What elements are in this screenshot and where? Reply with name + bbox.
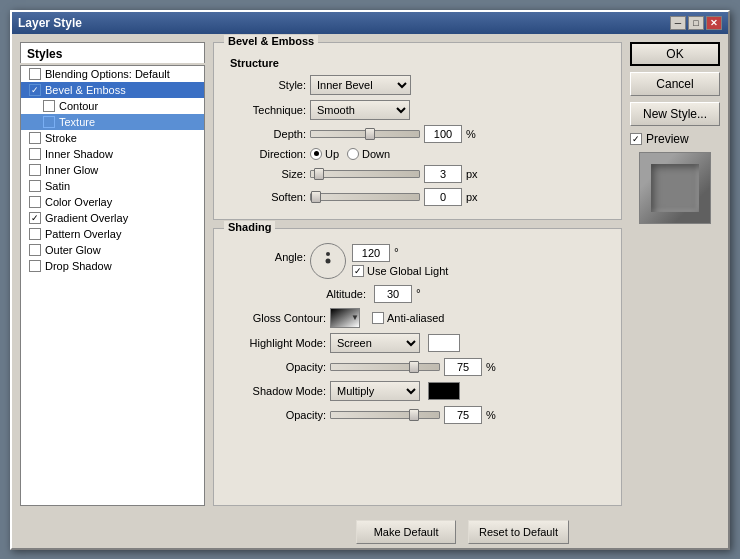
sidebar-item-gradient-overlay[interactable]: Gradient Overlay	[21, 210, 204, 226]
global-light-text: Use Global Light	[367, 265, 448, 277]
angle-input[interactable]	[352, 244, 390, 262]
anti-alias-checkbox[interactable]	[372, 312, 384, 324]
sidebar-item-color-overlay[interactable]: Color Overlay	[21, 194, 204, 210]
sidebar-item-inner-glow[interactable]: Inner Glow	[21, 162, 204, 178]
ok-button[interactable]: OK	[630, 42, 720, 66]
style-select[interactable]: Inner Bevel Outer Bevel Emboss Pillow Em…	[310, 75, 411, 95]
maximize-button[interactable]: □	[688, 16, 704, 30]
highlight-opacity-unit: %	[486, 361, 506, 373]
sidebar-item-drop-shadow[interactable]: Drop Shadow	[21, 258, 204, 274]
sidebar-item-contour[interactable]: Contour	[21, 98, 204, 114]
title-bar-buttons: ─ □ ✕	[670, 16, 722, 30]
color-overlay-checkbox[interactable]	[29, 196, 41, 208]
preview-area	[639, 152, 711, 224]
angle-dial[interactable]	[310, 243, 346, 279]
color-overlay-label: Color Overlay	[45, 196, 112, 208]
size-slider[interactable]	[310, 170, 420, 178]
angle-center-dot	[326, 258, 331, 263]
cancel-button[interactable]: Cancel	[630, 72, 720, 96]
highlight-opacity-label: Opacity:	[226, 361, 326, 373]
direction-row: Direction: Up Down	[226, 148, 609, 160]
satin-label: Satin	[45, 180, 70, 192]
sidebar-item-satin[interactable]: Satin	[21, 178, 204, 194]
size-input[interactable]	[424, 165, 462, 183]
stroke-checkbox[interactable]	[29, 132, 41, 144]
direction-up[interactable]: Up	[310, 148, 339, 160]
shadow-opacity-label: Opacity:	[226, 409, 326, 421]
make-default-button[interactable]: Make Default	[356, 520, 456, 544]
right-panel: OK Cancel New Style... Preview	[630, 42, 720, 506]
shadow-color-swatch[interactable]	[428, 382, 460, 400]
depth-slider[interactable]	[310, 130, 420, 138]
soften-slider[interactable]	[310, 193, 420, 201]
bottom-buttons: Make Default Reset to Default	[197, 514, 728, 548]
global-light-label[interactable]: Use Global Light	[352, 265, 448, 277]
technique-label: Technique:	[226, 104, 306, 116]
pattern-overlay-checkbox[interactable]	[29, 228, 41, 240]
gloss-label: Gloss Contour:	[226, 312, 326, 324]
highlight-opacity-slider[interactable]	[330, 363, 440, 371]
up-radio[interactable]	[310, 148, 322, 160]
sidebar-item-stroke[interactable]: Stroke	[21, 130, 204, 146]
soften-unit: px	[466, 191, 486, 203]
soften-input[interactable]	[424, 188, 462, 206]
sidebar-item-inner-shadow[interactable]: Inner Shadow	[21, 146, 204, 162]
bevel-section-title: Bevel & Emboss	[224, 35, 318, 47]
sidebar-item-texture[interactable]: Texture	[21, 114, 204, 130]
inner-shadow-checkbox[interactable]	[29, 148, 41, 160]
anti-alias-label[interactable]: Anti-aliased	[372, 312, 444, 324]
layer-style-dialog: Layer Style ─ □ ✕ Styles Blending Option…	[10, 10, 730, 550]
close-button[interactable]: ✕	[706, 16, 722, 30]
drop-shadow-checkbox[interactable]	[29, 260, 41, 272]
sidebar-item-pattern-overlay[interactable]: Pattern Overlay	[21, 226, 204, 242]
satin-checkbox[interactable]	[29, 180, 41, 192]
sidebar-item-blending[interactable]: Blending Options: Default	[21, 66, 204, 82]
gradient-overlay-checkbox[interactable]	[29, 212, 41, 224]
shadow-opacity-input[interactable]	[444, 406, 482, 424]
reset-default-button[interactable]: Reset to Default	[468, 520, 569, 544]
technique-select[interactable]: Smooth Chisel Hard Chisel Soft	[310, 100, 410, 120]
size-unit: px	[466, 168, 486, 180]
angle-row: Angle: °	[226, 243, 609, 303]
altitude-unit: °	[416, 287, 421, 301]
preview-inner	[651, 164, 699, 212]
minimize-button[interactable]: ─	[670, 16, 686, 30]
preview-label-row: Preview	[630, 132, 720, 146]
blending-checkbox[interactable]	[29, 68, 41, 80]
texture-checkbox[interactable]	[43, 116, 55, 128]
highlight-select[interactable]: Screen Normal Multiply Overlay	[330, 333, 420, 353]
preview-checkbox[interactable]	[630, 133, 642, 145]
size-row: Size: px	[226, 165, 609, 183]
outer-glow-checkbox[interactable]	[29, 244, 41, 256]
altitude-label: Altitude:	[310, 288, 366, 300]
gloss-contour-button[interactable]: ▼	[330, 308, 360, 328]
shadow-label: Shadow Mode:	[226, 385, 326, 397]
gradient-overlay-label: Gradient Overlay	[45, 212, 128, 224]
anti-alias-text: Anti-aliased	[387, 312, 444, 324]
stroke-label: Stroke	[45, 132, 77, 144]
inner-shadow-label: Inner Shadow	[45, 148, 113, 160]
contour-checkbox[interactable]	[43, 100, 55, 112]
bevel-label: Bevel & Emboss	[45, 84, 126, 96]
shadow-mode-row: Shadow Mode: Multiply Normal Screen Over…	[226, 381, 609, 401]
sidebar-item-bevel[interactable]: ✓ Bevel & Emboss	[21, 82, 204, 98]
shading-title: Shading	[224, 221, 275, 233]
highlight-color-swatch[interactable]	[428, 334, 460, 352]
new-style-button[interactable]: New Style...	[630, 102, 720, 126]
shadow-opacity-slider[interactable]	[330, 411, 440, 419]
direction-label: Direction:	[226, 148, 306, 160]
bevel-checkbox[interactable]: ✓	[29, 84, 41, 96]
structure-label: Structure	[226, 57, 609, 69]
highlight-opacity-input[interactable]	[444, 358, 482, 376]
depth-input[interactable]	[424, 125, 462, 143]
inner-glow-checkbox[interactable]	[29, 164, 41, 176]
altitude-input[interactable]	[374, 285, 412, 303]
title-bar: Layer Style ─ □ ✕	[12, 12, 728, 34]
global-light-checkbox[interactable]	[352, 265, 364, 277]
blending-label: Blending Options: Default	[45, 68, 170, 80]
sidebar-item-outer-glow[interactable]: Outer Glow	[21, 242, 204, 258]
shadow-select[interactable]: Multiply Normal Screen Overlay	[330, 381, 420, 401]
styles-section-header: Styles	[20, 42, 205, 63]
down-radio[interactable]	[347, 148, 359, 160]
direction-down[interactable]: Down	[347, 148, 390, 160]
